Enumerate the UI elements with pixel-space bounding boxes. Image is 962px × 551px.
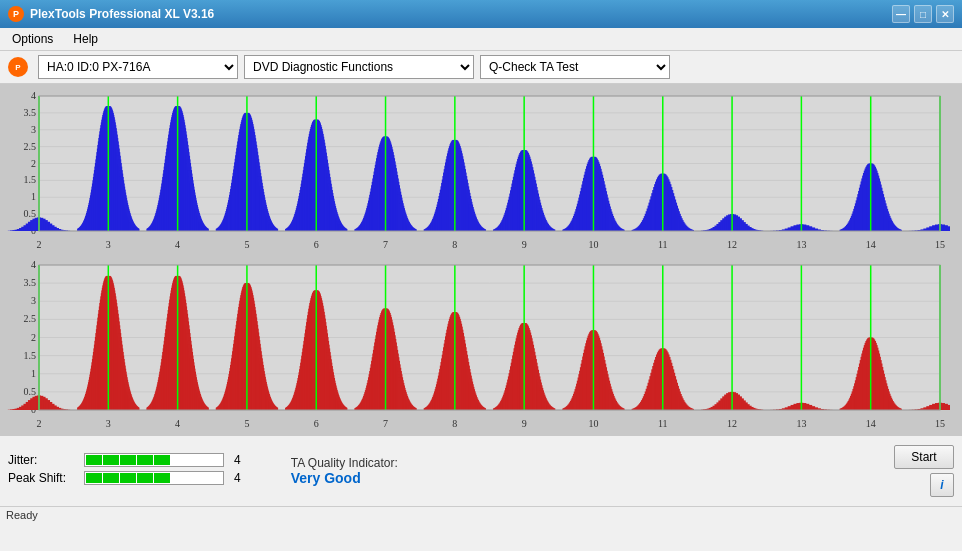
app-title: PlexTools Professional XL V3.16 — [30, 7, 214, 21]
ta-quality-label: TA Quality Indicator: — [291, 456, 398, 470]
ps-seg-4 — [137, 473, 153, 483]
ps-seg-1 — [86, 473, 102, 483]
jitter-empty-3 — [205, 455, 221, 465]
start-section: Start i — [894, 445, 954, 497]
title-controls: — □ ✕ — [892, 5, 954, 23]
peak-shift-row: Peak Shift: 4 — [8, 471, 241, 485]
minimize-button[interactable]: — — [892, 5, 910, 23]
jitter-row: Jitter: 4 — [8, 453, 241, 467]
bottom-panel: Jitter: 4 Peak Shift: — [0, 436, 962, 506]
close-button[interactable]: ✕ — [936, 5, 954, 23]
top-chart — [4, 88, 958, 253]
title-bar-left: P PlexTools Professional XL V3.16 — [8, 6, 214, 22]
function-select[interactable]: DVD Diagnostic Functions — [244, 55, 474, 79]
ps-seg-5 — [154, 473, 170, 483]
jitter-label: Jitter: — [8, 453, 78, 467]
mode-select[interactable]: Q-Check TA Test — [480, 55, 670, 79]
ta-section: TA Quality Indicator: Very Good — [291, 456, 398, 486]
ps-empty-3 — [205, 473, 221, 483]
maximize-button[interactable]: □ — [914, 5, 932, 23]
bottom-chart-canvas — [4, 257, 950, 432]
status-text: Ready — [6, 509, 38, 521]
jitter-meter — [84, 453, 224, 467]
ps-seg-3 — [120, 473, 136, 483]
menu-help[interactable]: Help — [69, 30, 102, 48]
jitter-seg-2 — [103, 455, 119, 465]
bottom-chart — [4, 257, 958, 432]
jitter-empty-2 — [188, 455, 204, 465]
status-bar: Ready — [0, 506, 962, 523]
toolbar-logo: P — [8, 57, 28, 77]
top-chart-canvas — [4, 88, 950, 253]
jitter-seg-3 — [120, 455, 136, 465]
peak-shift-meter — [84, 471, 224, 485]
peak-shift-label: Peak Shift: — [8, 471, 78, 485]
ps-empty-1 — [171, 473, 187, 483]
main-content — [0, 84, 962, 436]
toolbar: P HA:0 ID:0 PX-716A DVD Diagnostic Funct… — [0, 51, 962, 84]
app-icon: P — [8, 6, 24, 22]
start-button[interactable]: Start — [894, 445, 954, 469]
jitter-empty-1 — [171, 455, 187, 465]
ta-quality-value: Very Good — [291, 470, 398, 486]
title-bar: P PlexTools Professional XL V3.16 — □ ✕ — [0, 0, 962, 28]
jitter-seg-5 — [154, 455, 170, 465]
jitter-seg-4 — [137, 455, 153, 465]
metrics-section: Jitter: 4 Peak Shift: — [8, 453, 241, 489]
device-select[interactable]: HA:0 ID:0 PX-716A — [38, 55, 238, 79]
ps-empty-2 — [188, 473, 204, 483]
jitter-seg-1 — [86, 455, 102, 465]
menu-bar: Options Help — [0, 28, 962, 51]
ps-seg-2 — [103, 473, 119, 483]
peak-shift-value: 4 — [234, 471, 241, 485]
jitter-value: 4 — [234, 453, 241, 467]
menu-options[interactable]: Options — [8, 30, 57, 48]
info-button[interactable]: i — [930, 473, 954, 497]
